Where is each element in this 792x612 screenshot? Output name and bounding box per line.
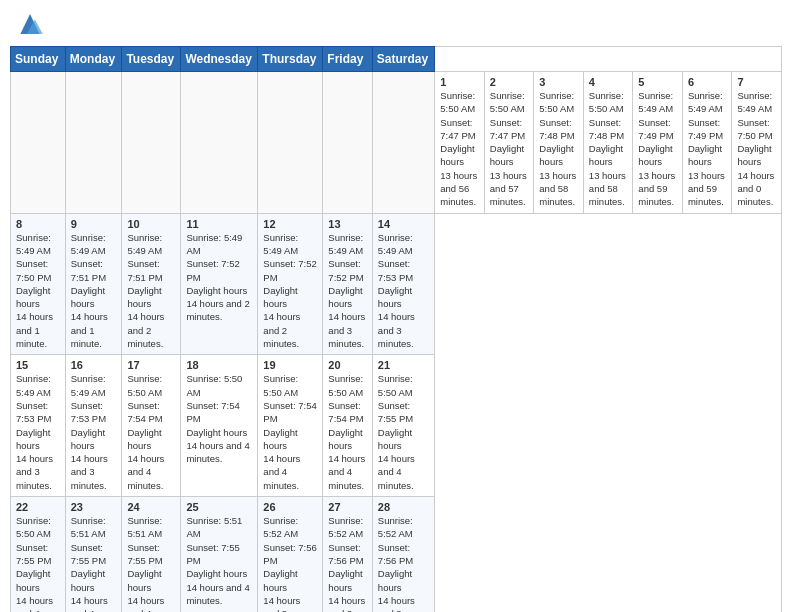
day-number: 14 (378, 218, 429, 230)
day-number: 15 (16, 359, 60, 371)
calendar-week-3: 22 Sunrise: 5:50 AM Sunset: 7:55 PM Dayl… (11, 497, 782, 612)
day-number: 12 (263, 218, 317, 230)
day-number: 25 (186, 501, 252, 513)
day-info: Sunrise: 5:52 AM Sunset: 7:56 PM Dayligh… (263, 514, 317, 612)
day-info: Sunrise: 5:49 AM Sunset: 7:50 PM Dayligh… (737, 89, 776, 209)
logo-icon (14, 10, 46, 38)
calendar-cell: 18 Sunrise: 5:50 AM Sunset: 7:54 PM Dayl… (181, 355, 258, 497)
day-number: 11 (186, 218, 252, 230)
day-info: Sunrise: 5:49 AM Sunset: 7:49 PM Dayligh… (638, 89, 677, 209)
calendar-cell: 8 Sunrise: 5:49 AM Sunset: 7:50 PM Dayli… (11, 213, 66, 355)
page-header (10, 10, 782, 38)
day-number: 4 (589, 76, 628, 88)
day-info: Sunrise: 5:50 AM Sunset: 7:55 PM Dayligh… (16, 514, 60, 612)
day-number: 5 (638, 76, 677, 88)
calendar-cell: 16 Sunrise: 5:49 AM Sunset: 7:53 PM Dayl… (65, 355, 122, 497)
day-info: Sunrise: 5:49 AM Sunset: 7:53 PM Dayligh… (16, 372, 60, 492)
day-info: Sunrise: 5:52 AM Sunset: 7:56 PM Dayligh… (328, 514, 367, 612)
calendar-cell (11, 72, 66, 214)
day-number: 26 (263, 501, 317, 513)
calendar-cell (181, 72, 258, 214)
calendar-week-0: 1 Sunrise: 5:50 AM Sunset: 7:47 PM Dayli… (11, 72, 782, 214)
calendar-cell: 23 Sunrise: 5:51 AM Sunset: 7:55 PM Dayl… (65, 497, 122, 612)
day-info: Sunrise: 5:50 AM Sunset: 7:54 PM Dayligh… (127, 372, 175, 492)
day-number: 9 (71, 218, 117, 230)
day-number: 10 (127, 218, 175, 230)
calendar-cell: 20 Sunrise: 5:50 AM Sunset: 7:54 PM Dayl… (323, 355, 373, 497)
calendar-cell: 19 Sunrise: 5:50 AM Sunset: 7:54 PM Dayl… (258, 355, 323, 497)
day-info: Sunrise: 5:49 AM Sunset: 7:52 PM Dayligh… (186, 231, 252, 324)
header-tuesday: Tuesday (122, 47, 181, 72)
day-number: 3 (539, 76, 578, 88)
header-sunday: Sunday (11, 47, 66, 72)
day-number: 27 (328, 501, 367, 513)
calendar-cell: 15 Sunrise: 5:49 AM Sunset: 7:53 PM Dayl… (11, 355, 66, 497)
day-info: Sunrise: 5:49 AM Sunset: 7:52 PM Dayligh… (328, 231, 367, 351)
calendar-cell: 4 Sunrise: 5:50 AM Sunset: 7:48 PM Dayli… (583, 72, 633, 214)
calendar-cell: 5 Sunrise: 5:49 AM Sunset: 7:49 PM Dayli… (633, 72, 683, 214)
day-number: 28 (378, 501, 429, 513)
day-number: 6 (688, 76, 727, 88)
header-saturday: Saturday (372, 47, 434, 72)
day-number: 22 (16, 501, 60, 513)
header-thursday: Thursday (258, 47, 323, 72)
calendar-cell: 9 Sunrise: 5:49 AM Sunset: 7:51 PM Dayli… (65, 213, 122, 355)
calendar-header-row: SundayMondayTuesdayWednesdayThursdayFrid… (11, 47, 782, 72)
calendar-cell: 11 Sunrise: 5:49 AM Sunset: 7:52 PM Dayl… (181, 213, 258, 355)
day-info: Sunrise: 5:50 AM Sunset: 7:54 PM Dayligh… (328, 372, 367, 492)
day-info: Sunrise: 5:52 AM Sunset: 7:56 PM Dayligh… (378, 514, 429, 612)
calendar-cell: 26 Sunrise: 5:52 AM Sunset: 7:56 PM Dayl… (258, 497, 323, 612)
day-info: Sunrise: 5:51 AM Sunset: 7:55 PM Dayligh… (71, 514, 117, 612)
calendar-cell: 22 Sunrise: 5:50 AM Sunset: 7:55 PM Dayl… (11, 497, 66, 612)
day-info: Sunrise: 5:49 AM Sunset: 7:49 PM Dayligh… (688, 89, 727, 209)
header-monday: Monday (65, 47, 122, 72)
day-info: Sunrise: 5:49 AM Sunset: 7:52 PM Dayligh… (263, 231, 317, 351)
day-info: Sunrise: 5:50 AM Sunset: 7:54 PM Dayligh… (186, 372, 252, 465)
calendar-cell (323, 72, 373, 214)
calendar-cell: 7 Sunrise: 5:49 AM Sunset: 7:50 PM Dayli… (732, 72, 782, 214)
day-number: 24 (127, 501, 175, 513)
day-info: Sunrise: 5:49 AM Sunset: 7:51 PM Dayligh… (71, 231, 117, 351)
calendar-cell: 14 Sunrise: 5:49 AM Sunset: 7:53 PM Dayl… (372, 213, 434, 355)
day-number: 1 (440, 76, 479, 88)
calendar-week-1: 8 Sunrise: 5:49 AM Sunset: 7:50 PM Dayli… (11, 213, 782, 355)
calendar-cell: 24 Sunrise: 5:51 AM Sunset: 7:55 PM Dayl… (122, 497, 181, 612)
calendar-cell: 21 Sunrise: 5:50 AM Sunset: 7:55 PM Dayl… (372, 355, 434, 497)
calendar-cell: 3 Sunrise: 5:50 AM Sunset: 7:48 PM Dayli… (534, 72, 584, 214)
day-number: 17 (127, 359, 175, 371)
calendar-cell: 27 Sunrise: 5:52 AM Sunset: 7:56 PM Dayl… (323, 497, 373, 612)
calendar-cell (258, 72, 323, 214)
day-info: Sunrise: 5:49 AM Sunset: 7:53 PM Dayligh… (71, 372, 117, 492)
calendar-cell: 13 Sunrise: 5:49 AM Sunset: 7:52 PM Dayl… (323, 213, 373, 355)
calendar-cell: 10 Sunrise: 5:49 AM Sunset: 7:51 PM Dayl… (122, 213, 181, 355)
day-number: 8 (16, 218, 60, 230)
day-info: Sunrise: 5:51 AM Sunset: 7:55 PM Dayligh… (127, 514, 175, 612)
day-info: Sunrise: 5:49 AM Sunset: 7:51 PM Dayligh… (127, 231, 175, 351)
calendar-cell: 17 Sunrise: 5:50 AM Sunset: 7:54 PM Dayl… (122, 355, 181, 497)
day-info: Sunrise: 5:49 AM Sunset: 7:53 PM Dayligh… (378, 231, 429, 351)
day-number: 16 (71, 359, 117, 371)
calendar-cell (122, 72, 181, 214)
calendar-cell: 2 Sunrise: 5:50 AM Sunset: 7:47 PM Dayli… (484, 72, 534, 214)
day-info: Sunrise: 5:50 AM Sunset: 7:48 PM Dayligh… (539, 89, 578, 209)
day-info: Sunrise: 5:50 AM Sunset: 7:48 PM Dayligh… (589, 89, 628, 209)
calendar-cell: 12 Sunrise: 5:49 AM Sunset: 7:52 PM Dayl… (258, 213, 323, 355)
calendar-week-2: 15 Sunrise: 5:49 AM Sunset: 7:53 PM Dayl… (11, 355, 782, 497)
day-number: 19 (263, 359, 317, 371)
day-info: Sunrise: 5:50 AM Sunset: 7:55 PM Dayligh… (378, 372, 429, 492)
header-wednesday: Wednesday (181, 47, 258, 72)
calendar-cell (372, 72, 434, 214)
logo (14, 10, 50, 38)
day-number: 23 (71, 501, 117, 513)
calendar-cell (65, 72, 122, 214)
calendar-cell: 1 Sunrise: 5:50 AM Sunset: 7:47 PM Dayli… (435, 72, 485, 214)
day-number: 2 (490, 76, 529, 88)
header-friday: Friday (323, 47, 373, 72)
day-info: Sunrise: 5:49 AM Sunset: 7:50 PM Dayligh… (16, 231, 60, 351)
day-info: Sunrise: 5:51 AM Sunset: 7:55 PM Dayligh… (186, 514, 252, 607)
calendar-table: SundayMondayTuesdayWednesdayThursdayFrid… (10, 46, 782, 612)
calendar-cell: 28 Sunrise: 5:52 AM Sunset: 7:56 PM Dayl… (372, 497, 434, 612)
day-number: 20 (328, 359, 367, 371)
calendar-cell: 25 Sunrise: 5:51 AM Sunset: 7:55 PM Dayl… (181, 497, 258, 612)
day-info: Sunrise: 5:50 AM Sunset: 7:47 PM Dayligh… (490, 89, 529, 209)
